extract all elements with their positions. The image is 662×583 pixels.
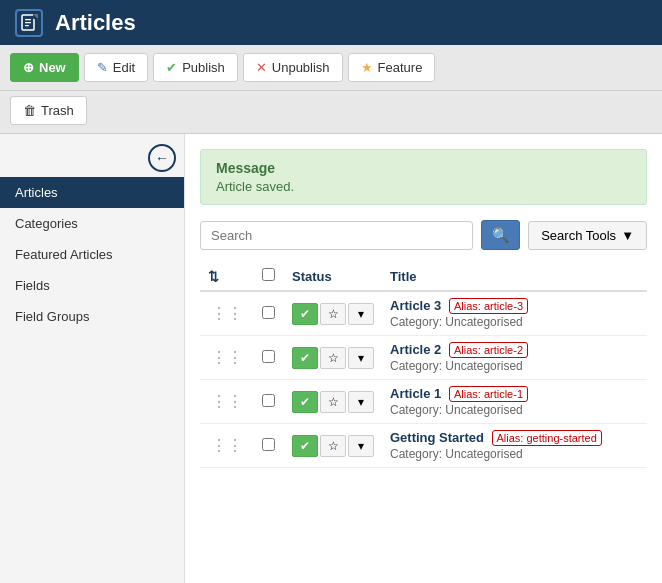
title-cell: Getting Started Alias: getting-started C… [382,424,647,468]
toolbar-row2: 🗑 Trash [0,91,662,134]
publish-status-btn[interactable]: ✔ [292,347,318,369]
sidebar-item-articles[interactable]: Articles [0,177,184,208]
table-row: ⋮⋮ ✔ ☆ ▾ Article 3 Alias: article-3 Cate… [200,291,647,336]
feature-status-btn[interactable]: ☆ [320,347,346,369]
drag-handle-cell: ⋮⋮ [200,380,254,424]
feature-status-btn[interactable]: ☆ [320,303,346,325]
col-status-header: Status [284,262,382,291]
drag-handle-icon[interactable]: ⋮⋮ [208,437,246,454]
main-layout: ← Articles Categories Featured Articles … [0,134,662,583]
feature-button[interactable]: ★ Feature [348,53,436,82]
more-status-btn[interactable]: ▾ [348,347,374,369]
article-title-link[interactable]: Article 2 [390,342,441,357]
status-cell: ✔ ☆ ▾ [284,336,382,380]
search-input[interactable] [200,221,473,250]
more-status-btn[interactable]: ▾ [348,303,374,325]
col-drag: ⇅ [200,262,254,291]
feature-status-btn[interactable]: ☆ [320,391,346,413]
articles-table: ⇅ Status Title ⋮⋮ [200,262,647,468]
row-checkbox-cell [254,380,284,424]
drag-handle-icon[interactable]: ⋮⋮ [208,305,246,322]
row-checkbox-cell [254,424,284,468]
publish-button[interactable]: ✔ Publish [153,53,238,82]
new-button[interactable]: ⊕ New [10,53,79,82]
message-title: Message [216,160,631,176]
edit-icon: ✎ [97,60,108,75]
svg-rect-3 [25,25,29,26]
svg-rect-1 [25,19,31,20]
table-row: ⋮⋮ ✔ ☆ ▾ Article 1 Alias: article-1 Cate… [200,380,647,424]
message-text: Article saved. [216,179,631,194]
article-category: Category: Uncategorised [390,359,639,373]
search-icon: 🔍 [492,227,509,243]
sort-icon: ⇅ [208,269,219,284]
page-icon [15,9,43,37]
page-title: Articles [55,10,136,36]
row-checkbox-cell [254,336,284,380]
search-tools-button[interactable]: Search Tools ▼ [528,221,647,250]
row-checkbox-cell [254,291,284,336]
article-title-link[interactable]: Article 1 [390,386,441,401]
drag-handle-cell: ⋮⋮ [200,291,254,336]
feature-status-btn[interactable]: ☆ [320,435,346,457]
sidebar-back: ← [0,139,184,177]
alias-badge: Alias: article-2 [449,342,528,358]
sidebar-item-categories[interactable]: Categories [0,208,184,239]
row-checkbox[interactable] [262,350,275,363]
more-status-btn[interactable]: ▾ [348,435,374,457]
select-all-checkbox[interactable] [262,268,275,281]
toolbar-row1: ⊕ New ✎ Edit ✔ Publish ✕ Unpublish ★ Fea… [0,45,662,91]
row-checkbox[interactable] [262,438,275,451]
row-checkbox[interactable] [262,306,275,319]
search-submit-button[interactable]: 🔍 [481,220,520,250]
table-row: ⋮⋮ ✔ ☆ ▾ Article 2 Alias: article-2 Cate… [200,336,647,380]
drag-handle-cell: ⋮⋮ [200,424,254,468]
status-cell: ✔ ☆ ▾ [284,424,382,468]
message-box: Message Article saved. [200,149,647,205]
status-cell: ✔ ☆ ▾ [284,291,382,336]
publish-status-btn[interactable]: ✔ [292,435,318,457]
col-select-all [254,262,284,291]
svg-rect-2 [25,22,31,23]
article-title-link[interactable]: Article 3 [390,298,441,313]
search-bar: 🔍 Search Tools ▼ [200,220,647,250]
back-button[interactable]: ← [148,144,176,172]
title-cell: Article 2 Alias: article-2 Category: Unc… [382,336,647,380]
star-icon: ★ [361,60,373,75]
title-cell: Article 1 Alias: article-1 Category: Unc… [382,380,647,424]
col-title-header: Title [382,262,647,291]
check-icon: ✔ [166,60,177,75]
sidebar-item-featured[interactable]: Featured Articles [0,239,184,270]
chevron-down-icon: ▼ [621,228,634,243]
alias-badge: Alias: article-1 [449,386,528,402]
trash-icon: 🗑 [23,103,36,118]
content-area: Message Article saved. 🔍 Search Tools ▼ … [185,134,662,583]
title-cell: Article 3 Alias: article-3 Category: Unc… [382,291,647,336]
table-row: ⋮⋮ ✔ ☆ ▾ Getting Started Alias: getting-… [200,424,647,468]
edit-button[interactable]: ✎ Edit [84,53,148,82]
more-status-btn[interactable]: ▾ [348,391,374,413]
row-checkbox[interactable] [262,394,275,407]
drag-handle-icon[interactable]: ⋮⋮ [208,349,246,366]
drag-handle-cell: ⋮⋮ [200,336,254,380]
article-category: Category: Uncategorised [390,315,639,329]
publish-status-btn[interactable]: ✔ [292,303,318,325]
article-title-link[interactable]: Getting Started [390,430,484,445]
status-cell: ✔ ☆ ▾ [284,380,382,424]
x-icon: ✕ [256,60,267,75]
sidebar: ← Articles Categories Featured Articles … [0,134,185,583]
article-category: Category: Uncategorised [390,447,639,461]
sidebar-item-field-groups[interactable]: Field Groups [0,301,184,332]
page-header: Articles [0,0,662,45]
article-category: Category: Uncategorised [390,403,639,417]
back-arrow-icon: ← [155,150,169,166]
drag-handle-icon[interactable]: ⋮⋮ [208,393,246,410]
alias-badge: Alias: article-3 [449,298,528,314]
unpublish-button[interactable]: ✕ Unpublish [243,53,343,82]
sidebar-item-fields[interactable]: Fields [0,270,184,301]
trash-button[interactable]: 🗑 Trash [10,96,87,125]
publish-status-btn[interactable]: ✔ [292,391,318,413]
alias-badge: Alias: getting-started [492,430,602,446]
plus-icon: ⊕ [23,60,34,75]
